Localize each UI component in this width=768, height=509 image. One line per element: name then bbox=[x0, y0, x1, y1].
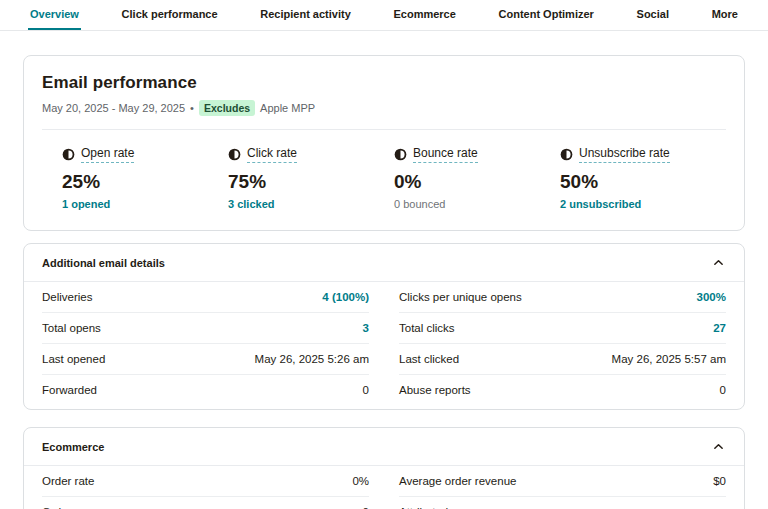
clicks-per-unique-opens-value[interactable]: 300% bbox=[697, 291, 726, 303]
dot-separator: • bbox=[190, 102, 194, 114]
table-row: Forwarded 0 bbox=[42, 375, 369, 405]
apple-mpp-icon bbox=[560, 148, 573, 161]
open-rate-label[interactable]: Open rate bbox=[81, 146, 134, 163]
total-opens-value[interactable]: 3 bbox=[363, 322, 369, 334]
tab-recipient-activity[interactable]: Recipient activity bbox=[258, 0, 352, 30]
metric-click-rate: Click rate 75% 3 clicked bbox=[228, 146, 394, 210]
email-performance-header: Email performance May 20, 2025 - May 29,… bbox=[24, 56, 744, 129]
unsubscribe-rate-value: 50% bbox=[560, 171, 726, 193]
report-tab-bar: Overview Click performance Recipient act… bbox=[0, 0, 768, 31]
table-row: Last opened May 26, 2025 5:26 am bbox=[42, 344, 369, 375]
row-label: Last opened bbox=[42, 353, 105, 365]
table-row: Orders 0 bbox=[42, 497, 369, 509]
row-label: Deliveries bbox=[42, 291, 93, 303]
unsubscribed-link[interactable]: 2 unsubscribed bbox=[560, 198, 726, 210]
excludes-badge: Excludes bbox=[199, 100, 255, 116]
tab-overview[interactable]: Overview bbox=[28, 0, 81, 30]
bounce-rate-label[interactable]: Bounce rate bbox=[413, 146, 478, 163]
table-row: Clicks per unique opens 300% bbox=[399, 282, 726, 313]
opened-link[interactable]: 1 opened bbox=[62, 198, 228, 210]
tab-more[interactable]: More bbox=[710, 0, 740, 30]
table-row: Average order revenue $0 bbox=[399, 466, 726, 497]
tab-ecommerce[interactable]: Ecommerce bbox=[391, 0, 457, 30]
table-row: Abuse reports 0 bbox=[399, 375, 726, 405]
tab-social[interactable]: Social bbox=[635, 0, 671, 30]
section-title: Additional email details bbox=[42, 257, 165, 269]
row-label: Total clicks bbox=[399, 322, 455, 334]
ecommerce-card: Ecommerce Order rate 0% Orders 0 Average… bbox=[23, 427, 745, 509]
collapse-chevron-icon[interactable] bbox=[711, 439, 726, 454]
ecommerce-left-column: Order rate 0% Orders 0 bbox=[42, 466, 369, 509]
row-label: Total opens bbox=[42, 322, 101, 334]
ecommerce-columns: Order rate 0% Orders 0 Average order rev… bbox=[24, 466, 744, 509]
tab-click-performance[interactable]: Click performance bbox=[120, 0, 220, 30]
apple-mpp-icon bbox=[62, 148, 75, 161]
collapse-chevron-icon[interactable] bbox=[711, 255, 726, 270]
ecommerce-right-column: Average order revenue $0 Attributed reve… bbox=[399, 466, 726, 509]
table-row: Last clicked May 26, 2025 5:57 am bbox=[399, 344, 726, 375]
additional-details-header: Additional email details bbox=[24, 244, 744, 282]
table-row: Order rate 0% bbox=[42, 466, 369, 497]
details-columns: Deliveries 4 (100%) Total opens 3 Last o… bbox=[24, 282, 744, 409]
table-row: Total clicks 27 bbox=[399, 313, 726, 344]
details-left-column: Deliveries 4 (100%) Total opens 3 Last o… bbox=[42, 282, 369, 405]
table-row: Total opens 3 bbox=[42, 313, 369, 344]
ecommerce-header: Ecommerce bbox=[24, 428, 744, 466]
additional-details-card: Additional email details Deliveries 4 (1… bbox=[23, 243, 745, 410]
last-opened-value: May 26, 2025 5:26 am bbox=[255, 353, 369, 365]
table-row: Attributed revenue -- bbox=[399, 497, 726, 509]
row-label: Average order revenue bbox=[399, 475, 516, 487]
open-rate-value: 25% bbox=[62, 171, 228, 193]
row-label: Abuse reports bbox=[399, 384, 471, 396]
metric-unsubscribe-rate: Unsubscribe rate 50% 2 unsubscribed bbox=[560, 146, 726, 210]
date-range: May 20, 2025 - May 29, 2025 bbox=[42, 102, 185, 114]
tab-content-optimizer[interactable]: Content Optimizer bbox=[497, 0, 596, 30]
metric-open-rate: Open rate 25% 1 opened bbox=[62, 146, 228, 210]
click-rate-label[interactable]: Click rate bbox=[247, 146, 297, 163]
average-order-revenue-value: $0 bbox=[713, 475, 726, 487]
order-rate-value: 0% bbox=[352, 475, 369, 487]
metric-bounce-rate: Bounce rate 0% 0 bounced bbox=[394, 146, 560, 210]
click-rate-value: 75% bbox=[228, 171, 394, 193]
abuse-reports-value: 0 bbox=[720, 384, 726, 396]
apple-mpp-icon bbox=[394, 148, 407, 161]
report-content: Email performance May 20, 2025 - May 29,… bbox=[0, 31, 768, 509]
details-right-column: Clicks per unique opens 300% Total click… bbox=[399, 282, 726, 405]
table-row: Deliveries 4 (100%) bbox=[42, 282, 369, 313]
email-performance-card: Email performance May 20, 2025 - May 29,… bbox=[23, 55, 745, 231]
section-title: Ecommerce bbox=[42, 441, 104, 453]
report-date-line: May 20, 2025 - May 29, 2025 • Excludes A… bbox=[42, 100, 726, 116]
row-label: Last clicked bbox=[399, 353, 459, 365]
forwarded-value: 0 bbox=[363, 384, 369, 396]
last-clicked-value: May 26, 2025 5:57 am bbox=[612, 353, 726, 365]
unsubscribe-rate-label[interactable]: Unsubscribe rate bbox=[579, 146, 670, 163]
row-label: Forwarded bbox=[42, 384, 97, 396]
metrics-row: Open rate 25% 1 opened Click rate 75% 3 … bbox=[24, 130, 744, 230]
page-title: Email performance bbox=[42, 73, 726, 93]
row-label: Order rate bbox=[42, 475, 94, 487]
apple-mpp-icon bbox=[228, 148, 241, 161]
row-label: Clicks per unique opens bbox=[399, 291, 522, 303]
clicked-link[interactable]: 3 clicked bbox=[228, 198, 394, 210]
bounce-rate-value: 0% bbox=[394, 171, 560, 193]
deliveries-value[interactable]: 4 (100%) bbox=[322, 291, 369, 303]
total-clicks-value[interactable]: 27 bbox=[713, 322, 726, 334]
bounced-text: 0 bounced bbox=[394, 198, 560, 210]
badge-note: Apple MPP bbox=[260, 102, 315, 114]
